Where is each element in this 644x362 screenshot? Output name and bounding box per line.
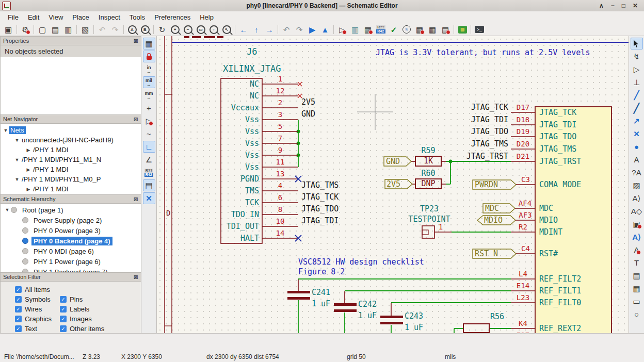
print-button[interactable]: ▤: [49, 24, 61, 35]
new-sheet-button[interactable]: ▢: [36, 24, 49, 35]
close-button[interactable]: ✕: [633, 2, 638, 9]
menu-help[interactable]: Help: [195, 12, 218, 23]
close-icon[interactable]: ⊠: [134, 274, 138, 281]
select-tool-button[interactable]: [631, 38, 643, 50]
rectangle-button[interactable]: ▭: [631, 295, 643, 307]
edit-symbol-library-links-button[interactable]: ▦: [362, 24, 374, 35]
menu-inspect[interactable]: Inspect: [94, 12, 125, 23]
chevron-down-icon[interactable]: ▼: [14, 177, 20, 182]
shade-button[interactable]: ∧: [599, 2, 604, 9]
filter-option-labels[interactable]: ✓Labels: [60, 305, 89, 313]
text-box-button[interactable]: ▤: [631, 270, 643, 282]
filter-option-images[interactable]: ✓Images: [60, 315, 92, 323]
redo-button[interactable]: ↷: [109, 24, 121, 35]
filter-option-graphics[interactable]: ✓Graphics: [15, 315, 60, 323]
refresh-button[interactable]: ↻: [156, 24, 168, 35]
wire-mode-45-button[interactable]: ∠: [143, 154, 155, 166]
properties-panel-toggle-button[interactable]: ▤: [143, 179, 155, 191]
find-button[interactable]: A: [126, 24, 138, 35]
mirror-horizontal-button[interactable]: ▲: [319, 24, 331, 35]
menu-preferences[interactable]: Preferences: [150, 12, 195, 23]
close-icon[interactable]: ⊠: [134, 38, 138, 44]
menu-file[interactable]: File: [3, 12, 23, 23]
hierarchy-item[interactable]: PHY 0 MDI (page 6): [4, 246, 141, 256]
navigate-up-button[interactable]: ↑: [250, 24, 263, 35]
place-power-port-button[interactable]: ⊥: [631, 76, 643, 88]
filter-option-pins[interactable]: ✓Pins: [60, 295, 83, 303]
hierarchy-item[interactable]: Power Supply (page 2): [4, 215, 141, 225]
rule-area-button[interactable]: ▨: [631, 179, 643, 191]
tools-panel-button[interactable]: ✕: [143, 192, 155, 204]
class-label-button[interactable]: A◇: [631, 205, 643, 217]
text-button[interactable]: T: [631, 257, 643, 269]
grid-override-lock-button[interactable]: [143, 51, 155, 62]
net-label-button[interactable]: A: [631, 154, 643, 166]
navigate-back-button[interactable]: ←: [237, 24, 250, 35]
chevron-down-icon[interactable]: ▼: [14, 138, 20, 143]
menu-place[interactable]: Place: [68, 12, 94, 23]
net-tree-item[interactable]: ▶/PHY 1 MDI: [3, 164, 141, 174]
hierarchical-sheet-button[interactable]: ▣: [631, 218, 643, 230]
chevron-down-icon[interactable]: ▼: [3, 128, 9, 133]
table-button[interactable]: ▦: [631, 283, 643, 294]
annotate-button[interactable]: R??R42: [375, 24, 387, 35]
schematic-canvas[interactable]: J6XILINX_JTAGR591KR60DNPR56R57TP23TESTPO…: [157, 36, 629, 333]
filter-option-text[interactable]: ✓Text: [15, 325, 60, 333]
menu-tools[interactable]: Tools: [125, 12, 150, 23]
units-mm-button[interactable]: mm: [143, 89, 155, 101]
crosshair-cursor-button[interactable]: +: [143, 102, 155, 114]
mirror-vertical-button[interactable]: ▶: [306, 24, 318, 35]
filter-option-symbols[interactable]: ✓Symbols: [15, 295, 60, 303]
close-icon[interactable]: ⊠: [134, 116, 138, 123]
paste-button[interactable]: ▧: [79, 24, 91, 35]
checkbox-checked-icon[interactable]: ✓: [60, 306, 67, 312]
draw-wire-button[interactable]: ╱: [631, 89, 643, 101]
units-mils-button[interactable]: mil: [143, 76, 155, 88]
chevron-down-icon[interactable]: ▼: [4, 207, 11, 212]
wire-to-bus-entry-button[interactable]: ↗: [631, 115, 643, 127]
net-tree-item[interactable]: ▼Nets: [3, 125, 141, 135]
wire-mode-free-button[interactable]: ~: [143, 128, 155, 140]
zoom-to-selection-button[interactable]: ↖: [220, 24, 233, 35]
annotate-auto-button[interactable]: R??R42: [143, 167, 155, 178]
chevron-down-icon[interactable]: ▼: [14, 157, 20, 162]
net-tree-item[interactable]: ▼unconnected-(J9H-NC-PadH9): [3, 135, 141, 145]
checkbox-checked-icon[interactable]: ✓: [60, 296, 67, 303]
chevron-right-icon[interactable]: ▶: [25, 167, 31, 172]
wire-mode-90-button[interactable]: ∟: [143, 141, 155, 153]
plot-button[interactable]: ▥: [62, 24, 74, 35]
undo-button[interactable]: ↶: [96, 24, 108, 35]
symbol-fields-table-button[interactable]: ▦: [426, 24, 439, 35]
find-replace-button[interactable]: B: [139, 24, 151, 35]
assign-footprints-button[interactable]: ▦: [413, 24, 426, 35]
zoom-to-objects-button[interactable]: ▫: [207, 24, 220, 35]
checkbox-checked-icon[interactable]: ✓: [60, 316, 67, 322]
draw-bus-button[interactable]: ╱: [631, 102, 643, 114]
menu-view[interactable]: View: [44, 12, 68, 23]
global-label-button[interactable]: A⟩: [631, 192, 643, 204]
zoom-out-button[interactable]: −: [182, 24, 194, 35]
toggle-grid-button[interactable]: ▦: [143, 38, 155, 50]
maximize-button[interactable]: □: [622, 2, 625, 9]
directive-label-button[interactable]: ?A: [631, 167, 643, 178]
checkbox-checked-icon[interactable]: ✓: [15, 325, 22, 332]
net-tree-item[interactable]: ▶/PHY 1 MDI: [3, 145, 141, 155]
hierarchy-item[interactable]: PHY 0 Backend (page 4): [4, 236, 141, 246]
chevron-right-icon[interactable]: ▶: [25, 147, 31, 153]
net-tree-item[interactable]: ▶/PHY 1 MDI: [3, 184, 141, 194]
checkbox-checked-icon[interactable]: ✓: [15, 306, 22, 312]
net-tree-item[interactable]: ▼/PHY 1 MDI/PHY11_M0_P: [3, 174, 141, 184]
filter-option-other-items[interactable]: ✓Other items: [60, 325, 104, 333]
save-button[interactable]: ▣: [2, 24, 14, 35]
browse-symbol-libraries-button[interactable]: ▥: [349, 24, 361, 35]
hierarchical-label-button[interactable]: A⟩: [631, 231, 643, 243]
erc-button[interactable]: ✓: [388, 24, 400, 35]
chevron-right-icon[interactable]: ▶: [25, 187, 31, 192]
units-inches-button[interactable]: in: [143, 63, 155, 75]
filter-option-all-items[interactable]: ✓All items: [15, 286, 60, 293]
checkbox-checked-icon[interactable]: ✓: [15, 316, 22, 322]
no-connect-flag-button[interactable]: ✕: [631, 128, 643, 140]
menu-edit[interactable]: Edit: [23, 12, 44, 23]
net-tree-item[interactable]: ▼/PHY 1 MDI/PHY11_M1_N: [3, 155, 141, 164]
rotate-ccw-button[interactable]: ↶: [280, 24, 293, 35]
